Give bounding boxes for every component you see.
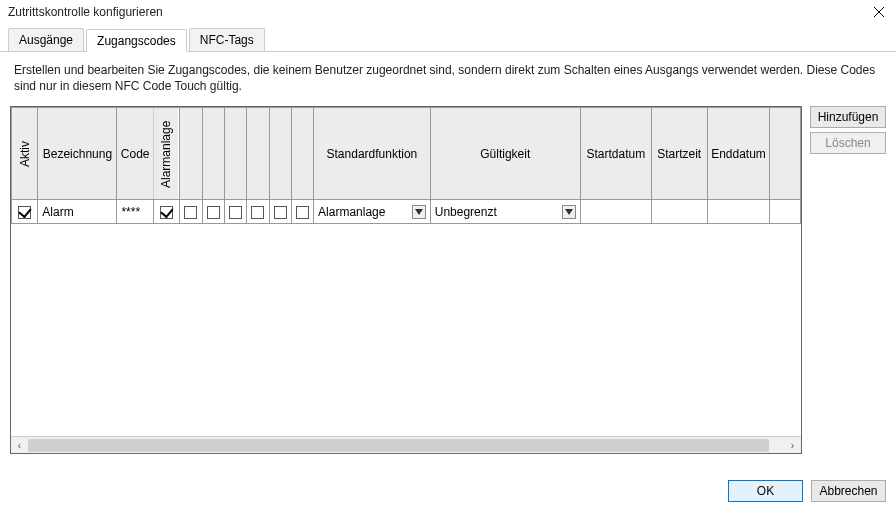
cell-alarmanlage[interactable] [153,200,179,224]
ok-button[interactable]: OK [728,480,803,502]
cancel-button[interactable]: Abbrechen [811,480,886,502]
col-header-blank2[interactable] [202,108,224,200]
standardfunktion-dropdown[interactable] [412,205,426,219]
cell-bezeichnung[interactable]: Alarm [38,200,117,224]
col-header-blank3[interactable] [224,108,246,200]
table-scroll[interactable]: Aktiv Bezeichnung Code Alarmanlage Stand… [11,107,801,436]
gueltigkeit-value: Unbegrenzt [435,205,497,219]
cell-chk5[interactable] [269,200,291,224]
cell-standardfunktion[interactable]: Alarmanlage [314,200,431,224]
col-header-startdatum[interactable]: Startdatum [580,108,651,200]
access-codes-table: Aktiv Bezeichnung Code Alarmanlage Stand… [11,107,801,224]
tab-zugangscodes[interactable]: Zugangscodes [86,29,187,52]
gueltigkeit-dropdown[interactable] [562,205,576,219]
col-header-blank6[interactable] [291,108,313,200]
description-text: Erstellen und bearbeiten Sie Zugangscode… [0,52,896,102]
side-buttons: Hinzufügen Löschen [810,106,886,454]
window-title: Zutrittskontrolle konfigurieren [8,5,163,19]
table-header-row: Aktiv Bezeichnung Code Alarmanlage Stand… [12,108,801,200]
col-header-startzeit[interactable]: Startzeit [651,108,707,200]
svg-marker-2 [415,209,423,215]
delete-button[interactable]: Löschen [810,132,886,154]
cell-startzeit[interactable] [651,200,707,224]
checkbox-opt4[interactable] [251,206,264,219]
scroll-right-arrow[interactable]: › [784,437,801,454]
chevron-down-icon [415,209,423,215]
scroll-left-arrow[interactable]: ‹ [11,437,28,454]
horizontal-scrollbar[interactable]: ‹ › [11,436,801,453]
table-row[interactable]: Alarm **** Alarmanlage [12,200,801,224]
col-header-aktiv[interactable]: Aktiv [12,108,38,200]
col-header-alarmanlage[interactable]: Alarmanlage [153,108,179,200]
cell-rest [770,200,801,224]
cell-chk2[interactable] [202,200,224,224]
cell-chk1[interactable] [180,200,202,224]
checkbox-opt2[interactable] [207,206,220,219]
tab-ausgaenge[interactable]: Ausgänge [8,28,84,51]
cell-chk4[interactable] [247,200,269,224]
cell-enddatum[interactable] [707,200,770,224]
cell-aktiv[interactable] [12,200,38,224]
close-icon [873,6,885,18]
chevron-down-icon [565,209,573,215]
main-area: Aktiv Bezeichnung Code Alarmanlage Stand… [0,102,896,454]
checkbox-opt3[interactable] [229,206,242,219]
col-header-standardfunktion[interactable]: Standardfunktion [314,108,431,200]
col-header-blank1[interactable] [180,108,202,200]
close-button[interactable] [870,3,888,21]
checkbox-opt6[interactable] [296,206,309,219]
col-header-bezeichnung[interactable]: Bezeichnung [38,108,117,200]
titlebar: Zutrittskontrolle konfigurieren [0,0,896,24]
col-header-code[interactable]: Code [117,108,154,200]
col-header-enddatum[interactable]: Enddatum [707,108,770,200]
add-button[interactable]: Hinzufügen [810,106,886,128]
checkbox-aktiv[interactable] [18,206,31,219]
cell-code[interactable]: **** [117,200,154,224]
table-wrapper: Aktiv Bezeichnung Code Alarmanlage Stand… [10,106,802,454]
footer-buttons: OK Abbrechen [728,480,886,502]
col-header-rest[interactable] [770,108,801,200]
cell-chk6[interactable] [291,200,313,224]
checkbox-opt5[interactable] [274,206,287,219]
tab-nfctags[interactable]: NFC-Tags [189,28,265,51]
scroll-thumb[interactable] [28,439,769,452]
scroll-track[interactable] [28,437,784,454]
tabs: Ausgänge Zugangscodes NFC-Tags [0,24,896,52]
cell-startdatum[interactable] [580,200,651,224]
checkbox-alarmanlage[interactable] [160,206,173,219]
cell-chk3[interactable] [224,200,246,224]
col-header-blank5[interactable] [269,108,291,200]
checkbox-opt1[interactable] [184,206,197,219]
standardfunktion-value: Alarmanlage [318,205,385,219]
svg-marker-3 [565,209,573,215]
cell-gueltigkeit[interactable]: Unbegrenzt [430,200,580,224]
col-header-blank4[interactable] [247,108,269,200]
col-header-gueltigkeit[interactable]: Gültigkeit [430,108,580,200]
